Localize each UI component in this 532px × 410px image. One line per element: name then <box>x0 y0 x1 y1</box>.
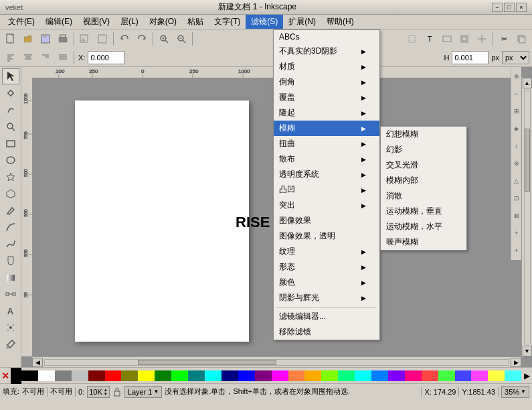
copy-button[interactable] <box>513 31 529 47</box>
zoom-tool[interactable] <box>2 119 19 135</box>
color-swatch-00ff00[interactable] <box>171 370 188 381</box>
filter-3d-shadow[interactable]: 不真实的3D阴影 ▶ <box>274 44 379 59</box>
color-swatch-00ffff[interactable] <box>205 370 221 381</box>
filter-remove[interactable]: 移除滤镜 <box>274 324 379 340</box>
color-swatch-ff0080[interactable] <box>405 370 422 381</box>
close-button[interactable]: × <box>516 3 527 12</box>
tweak-tool[interactable] <box>2 102 19 118</box>
lock-icon[interactable] <box>112 387 122 397</box>
filter-shadow-glow[interactable]: 阴影与辉光 ▶ <box>274 290 379 305</box>
color-swatch-000000[interactable] <box>21 370 38 381</box>
color-swatch-008000[interactable] <box>155 370 171 381</box>
scroll-thumb-v[interactable] <box>525 129 530 192</box>
black-swatch[interactable] <box>11 368 21 384</box>
menu-layer[interactable]: 层(L) <box>115 15 144 29</box>
redo-button[interactable] <box>134 31 150 47</box>
filter-color[interactable]: 颜色 ▶ <box>274 275 379 290</box>
justify-btn[interactable] <box>55 50 71 66</box>
blur-motion-v[interactable]: 运动模糊，垂直 <box>381 204 466 219</box>
filter-morph[interactable]: 形态 ▶ <box>274 259 379 275</box>
zoom-out-button[interactable] <box>173 31 189 47</box>
window-controls[interactable]: − □ × <box>492 3 527 12</box>
zoom-control[interactable]: 35% ▼ <box>501 386 529 398</box>
snap-btn1[interactable] <box>404 31 420 47</box>
menu-object[interactable]: 对象(O) <box>144 15 182 29</box>
blur-motion-h[interactable]: 运动模糊，水平 <box>381 219 466 234</box>
filter-scatter[interactable]: 散布 ▶ <box>274 151 379 167</box>
scrollbar-h[interactable]: ◀ ▶ <box>32 356 521 367</box>
filter-transparency[interactable]: 透明度系统 ▶ <box>274 167 379 182</box>
color-swatch-00ffff[interactable] <box>355 370 371 381</box>
unit-select[interactable]: px mm <box>502 51 529 64</box>
color-swatch-80ff00[interactable] <box>321 370 338 381</box>
filter-overlay[interactable]: 覆盖 ▶ <box>274 90 379 105</box>
blur-cross-smooth[interactable]: 交叉光滑 <box>381 157 466 173</box>
color-swatch-0000ff[interactable] <box>238 370 255 381</box>
menu-extend[interactable]: 扩展(N) <box>283 15 321 29</box>
ellipse-tool[interactable] <box>2 152 19 168</box>
color-scroll-right[interactable]: ▶ <box>521 368 532 384</box>
snap-right-8[interactable]: ⊡ <box>512 190 521 206</box>
bucket-tool[interactable] <box>2 253 19 269</box>
text-tool[interactable]: A <box>2 303 19 319</box>
filter-bevel[interactable]: 倒角 ▶ <box>274 74 379 90</box>
scroll-left-btn[interactable]: ◀ <box>32 358 43 367</box>
x-input[interactable] <box>88 51 124 64</box>
blur-interior[interactable]: 模糊内部 <box>381 173 466 188</box>
color-swatch-44ff44[interactable] <box>438 370 455 381</box>
color-swatch-800000[interactable] <box>88 370 105 381</box>
undo-button[interactable] <box>116 31 132 47</box>
maximize-button[interactable]: □ <box>504 3 515 12</box>
color-swatch-ffff44[interactable] <box>488 370 505 381</box>
snap-right-10[interactable]: + <box>512 225 521 241</box>
color-swatch-8000ff[interactable] <box>388 370 405 381</box>
save-button[interactable] <box>37 31 54 47</box>
filter-distort[interactable]: 扭曲 ▶ <box>274 136 379 151</box>
open-button[interactable] <box>20 31 36 47</box>
layer-spinner[interactable]: 10K ▲ ▼ <box>87 386 110 398</box>
menu-view[interactable]: 视图(V) <box>78 15 115 29</box>
color-swatch-c0c0c0[interactable] <box>72 370 88 381</box>
color-swatch-808080[interactable] <box>55 370 72 381</box>
scissors-button[interactable]: ✂ <box>496 31 512 47</box>
blur-noise[interactable]: 噪声模糊 <box>381 234 466 250</box>
scrollbar-v[interactable]: ▲ ▼ <box>521 78 532 356</box>
blur-disperse[interactable]: 消散 <box>381 188 466 204</box>
menu-file[interactable]: 文件(E) <box>3 15 40 29</box>
connector-tool[interactable] <box>2 286 19 302</box>
color-swatch-44ffff[interactable] <box>505 370 521 381</box>
snap-right-2[interactable]: ↔ <box>512 86 521 102</box>
snap-right-6[interactable]: ⊗ <box>512 155 521 172</box>
align-left-btn[interactable] <box>3 50 19 66</box>
menu-help[interactable]: 帮助(H) <box>321 15 359 29</box>
menu-text[interactable]: 文字(T) <box>209 15 246 29</box>
snap-btn2[interactable]: T <box>422 31 438 47</box>
pencil-tool[interactable] <box>2 202 19 218</box>
filter-image-effects[interactable]: 图像效果 <box>274 213 379 228</box>
snap-right-1[interactable]: ⊕ <box>512 68 521 84</box>
snap-right-4[interactable]: ◈ <box>512 121 521 137</box>
minimize-button[interactable]: − <box>492 3 503 12</box>
scroll-track-v[interactable] <box>524 90 531 344</box>
spinner-down[interactable]: ▼ <box>104 392 108 396</box>
snap-btn5[interactable] <box>474 31 490 47</box>
pen-tool[interactable] <box>2 219 19 235</box>
filter-material[interactable]: 材质 ▶ <box>274 59 379 74</box>
export-button[interactable] <box>94 31 110 47</box>
menu-edit[interactable]: 编辑(E) <box>40 15 78 29</box>
color-swatch-808000[interactable] <box>121 370 138 381</box>
color-swatch-ff8040[interactable] <box>288 370 305 381</box>
color-swatch-ffff00[interactable] <box>138 370 155 381</box>
filter-texture[interactable]: 纹理 ▶ <box>274 244 379 259</box>
rect-tool[interactable] <box>2 135 19 151</box>
filter-bump[interactable]: 隆起 ▶ <box>274 105 379 121</box>
color-swatch-00ff80[interactable] <box>338 370 355 381</box>
node-tool[interactable] <box>2 85 19 101</box>
scroll-right-btn[interactable]: ▶ <box>511 358 521 367</box>
star-tool[interactable] <box>2 169 19 185</box>
snap-right-9[interactable]: ⊠ <box>512 208 521 224</box>
color-swatch-ff4444[interactable] <box>422 370 438 381</box>
align-center-btn[interactable] <box>20 50 36 66</box>
color-swatch-ff0000[interactable] <box>105 370 122 381</box>
snap-btn4[interactable] <box>456 31 472 47</box>
